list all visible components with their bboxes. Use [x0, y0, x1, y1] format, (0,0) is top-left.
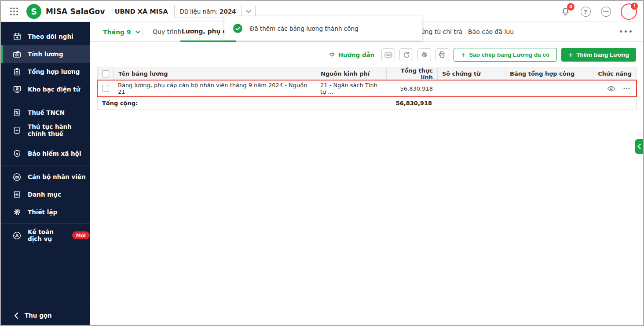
year-selector[interactable]: Dữ liệu năm: 2024 [174, 5, 256, 18]
sidebar-spacer [1, 244, 90, 300]
shield-heart-icon [12, 149, 22, 158]
table-row[interactable]: Bảng lương, phụ cấp cán bộ nhân viên thá… [98, 81, 636, 96]
more-options-icon[interactable] [600, 6, 611, 17]
header-ten-bang-luong[interactable]: Tên bảng lương [114, 67, 316, 80]
year-selector-value: 2024 [220, 8, 242, 15]
wallet-dollar-icon [12, 50, 22, 59]
row-more-icon[interactable] [623, 88, 630, 89]
success-check-icon [233, 24, 242, 33]
sidebar-item-tinh-luong[interactable]: Tính lương [1, 45, 90, 63]
guide-link[interactable]: Hướng dẫn [328, 51, 375, 59]
copy-payroll-button[interactable]: + Sao chép bảng Lương đã có [454, 48, 557, 62]
tab-bao-cao-da-luu[interactable]: Báo cáo đã lưu [468, 22, 514, 42]
plus-icon: + [461, 51, 465, 59]
app-title: MISA SalaGov [46, 7, 105, 16]
add-payroll-button[interactable]: + Thêm bảng Lương [561, 48, 636, 62]
sidebar-item-thue-tncn[interactable]: Thuế TNCN [1, 104, 90, 121]
sidebar-item-label: Theo dõi nghỉ [28, 33, 73, 40]
notifications-bell-icon[interactable]: 4 [560, 6, 571, 17]
header-bang-tong-hop-cong[interactable]: Bảng tổng hợp công [505, 67, 593, 80]
sidebar-item-label: Thủ tục hành chính thuế [28, 123, 90, 137]
keyboard-icon [384, 52, 392, 58]
select-all-cell [98, 67, 114, 80]
avatar-alert-badge: ! [631, 3, 638, 10]
sidebar-divider [1, 223, 90, 224]
chevron-down-icon[interactable] [242, 10, 255, 13]
total-label: Tổng cộng: [98, 100, 385, 106]
copy-payroll-label: Sao chép bảng Lương đã có [469, 51, 549, 58]
sidebar-item-label: Thuế TNCN [28, 109, 65, 116]
plus-icon: + [568, 51, 573, 59]
year-selector-label: Dữ liệu năm: [175, 8, 220, 15]
help-icon[interactable]: ? [580, 6, 591, 17]
notification-count-badge: 4 [567, 3, 574, 11]
success-toast: Đã thêm các bảng lương thành công [224, 16, 422, 40]
panel-expand-handle[interactable] [635, 139, 643, 154]
sidebar-item-thu-tuc-hanh-chinh-thue[interactable]: Thủ tục hành chính thuế [1, 121, 90, 139]
sidebar-item-label: Danh mục [28, 191, 61, 198]
sidebar-item-label: Kế toán dịch vụ [28, 228, 62, 242]
chevron-left-icon [637, 144, 641, 149]
payroll-name-cell[interactable]: Bảng lương, phụ cấp cán bộ nhân viên thá… [113, 82, 316, 95]
print-button[interactable] [435, 48, 449, 61]
new-badge: Mới [72, 231, 90, 239]
grand-total-value: 56,830,918 [385, 100, 436, 106]
header-chuc-nang: Chức năng [593, 67, 636, 80]
sidebar-item-can-bo-nhan-vien[interactable]: Cán bộ nhân viên [1, 168, 90, 186]
user-avatar[interactable]: ! [621, 4, 637, 20]
sidebar-item-thiet-lap[interactable]: Thiết lập [1, 203, 90, 221]
fund-source-cell: 21 - Ngân sách Tỉnh tự ... [316, 82, 386, 95]
sidebar-divider [1, 303, 90, 303]
clipboard-dollar-icon [12, 67, 22, 77]
sidebar-divider [1, 101, 90, 101]
table-footer-row: Tổng cộng: 56,830,918 [98, 96, 636, 110]
sidebar-item-tong-hop-luong[interactable]: Tổng hợp lương [1, 63, 90, 81]
sidebar-divider [1, 165, 90, 165]
misa-logo-icon: S [26, 4, 41, 19]
tab-divider [143, 28, 143, 37]
sidebar-item-label: Tổng hợp lương [28, 68, 80, 75]
table-settings-button[interactable] [417, 48, 431, 61]
guide-label: Hướng dẫn [338, 51, 375, 59]
sidebar-item-theo-doi-nghi[interactable]: Theo dõi nghỉ [1, 28, 90, 45]
topbar-actions: 4 ? ! [560, 1, 637, 22]
row-checkbox[interactable] [102, 85, 109, 92]
keyboard-shortcuts-button[interactable] [381, 48, 395, 61]
month-selector-tab[interactable]: Tháng 9 [103, 22, 141, 42]
view-eye-icon[interactable] [607, 86, 615, 92]
sidebar-item-bao-hiem-xa-hoi[interactable]: Bảo hiểm xã hội [1, 145, 90, 162]
gear-icon [12, 208, 22, 217]
sidebar-item-kho-bac-dien-tu[interactable]: Kho bạc điện tử [1, 81, 90, 98]
refresh-button[interactable] [399, 48, 413, 61]
tab-overflow-icon[interactable]: ••• [619, 22, 633, 42]
payroll-table: Tên bảng lương Nguồn kinh phí Tổng thực … [97, 67, 637, 110]
chevron-left-icon [14, 312, 18, 319]
header-so-chung-tu[interactable]: Số chứng từ [438, 67, 505, 80]
toolbar: Hướng dẫn [90, 42, 643, 67]
sidebar-item-label: Cán bộ nhân viên [28, 173, 86, 180]
monitor-dollar-icon [12, 85, 22, 94]
add-payroll-label: Thêm bảng Lương [576, 51, 629, 58]
header-nguon-kinh-phi[interactable]: Nguồn kinh phí [316, 67, 387, 80]
chevron-down-icon [135, 30, 141, 34]
document-plus-icon [12, 126, 22, 135]
calendar-plus-icon [12, 32, 22, 41]
signpost-icon [328, 51, 335, 59]
sidebar-nav: Theo dõi nghỉ Tính lương Tổng hợp lương [1, 22, 90, 325]
app-window: S MISA SalaGov UBND XÃ MISA Dữ liệu năm:… [0, 0, 644, 326]
select-all-checkbox[interactable] [102, 70, 109, 77]
sidebar-item-label: Thiết lập [28, 209, 57, 216]
users-circle-icon [12, 172, 22, 182]
sidebar-item-label: Bảo hiểm xã hội [28, 150, 81, 157]
sidebar-divider [1, 142, 90, 142]
sidebar-collapse-button[interactable]: Thu gọn [1, 306, 90, 325]
refresh-icon [403, 51, 410, 59]
table-header-row: Tên bảng lương Nguồn kinh phí Tổng thực … [98, 67, 636, 81]
sidebar-item-ke-toan-dich-vu[interactable]: Kế toán dịch vụ Mới [1, 227, 90, 244]
main-content: Tháng 9 Quy trình Lương, phụ cấp Chứng t… [90, 22, 643, 325]
app-grid-icon[interactable] [8, 5, 20, 18]
header-tong-thuc-linh[interactable]: Tổng thực lĩnh [387, 67, 438, 80]
sidebar-item-danh-muc[interactable]: Danh mục [1, 186, 90, 203]
tab-quy-trinh[interactable]: Quy trình [153, 22, 182, 42]
toast-message: Đã thêm các bảng lương thành công [250, 25, 359, 32]
